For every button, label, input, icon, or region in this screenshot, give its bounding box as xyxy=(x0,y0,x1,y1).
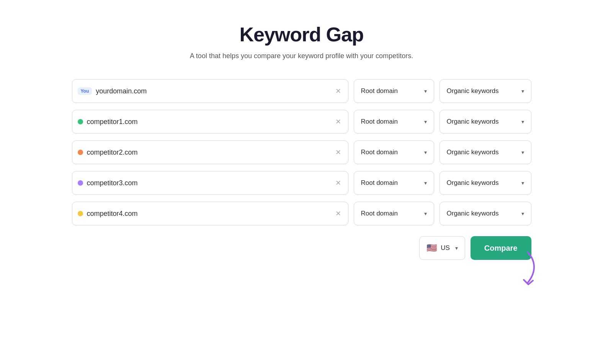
organic-keywords-label-4: Organic keywords xyxy=(447,210,499,217)
organic-keywords-label-0: Organic keywords xyxy=(447,87,499,95)
bottom-row: 🇺🇸 US ▾ Compare xyxy=(72,236,531,260)
organic-keywords-label-3: Organic keywords xyxy=(447,179,499,187)
root-domain-label-2: Root domain xyxy=(361,149,398,156)
domain-row-0: You✕Root domain▾Organic keywords▾ xyxy=(72,79,531,103)
clear-button-2[interactable]: ✕ xyxy=(334,147,343,158)
organic-keywords-label-1: Organic keywords xyxy=(447,118,499,126)
domain-input-wrapper-1: ✕ xyxy=(72,110,348,134)
root-domain-chevron-icon-1: ▾ xyxy=(424,119,427,125)
clear-button-1[interactable]: ✕ xyxy=(334,116,343,127)
clear-button-3[interactable]: ✕ xyxy=(334,177,343,189)
domain-input-3[interactable] xyxy=(87,179,330,187)
root-domain-dropdown-3[interactable]: Root domain▾ xyxy=(354,171,434,195)
root-domain-dropdown-0[interactable]: Root domain▾ xyxy=(354,79,434,103)
clear-button-0[interactable]: ✕ xyxy=(334,85,343,97)
domain-input-2[interactable] xyxy=(87,149,330,157)
organic-keywords-dropdown-3[interactable]: Organic keywords▾ xyxy=(440,171,531,195)
dot-orange-icon xyxy=(78,150,83,155)
flag-icon: 🇺🇸 xyxy=(427,243,437,253)
domain-input-wrapper-2: ✕ xyxy=(72,140,348,164)
root-domain-chevron-icon-3: ▾ xyxy=(424,180,427,186)
organic-keywords-dropdown-0[interactable]: Organic keywords▾ xyxy=(440,79,531,103)
domain-input-4[interactable] xyxy=(87,210,330,218)
page-title: Keyword Gap xyxy=(239,23,363,46)
you-badge: You xyxy=(78,87,92,95)
root-domain-dropdown-2[interactable]: Root domain▾ xyxy=(354,140,434,164)
organic-keywords-chevron-icon-0: ▾ xyxy=(521,88,524,94)
root-domain-dropdown-4[interactable]: Root domain▾ xyxy=(354,202,434,225)
root-domain-label-1: Root domain xyxy=(361,118,398,126)
organic-keywords-chevron-icon-1: ▾ xyxy=(521,119,524,125)
root-domain-chevron-icon-2: ▾ xyxy=(424,149,427,155)
organic-keywords-chevron-icon-3: ▾ xyxy=(521,180,524,186)
arrow-indicator xyxy=(505,248,539,291)
root-domain-chevron-icon-4: ▾ xyxy=(424,211,427,217)
organic-keywords-dropdown-4[interactable]: Organic keywords▾ xyxy=(440,202,531,225)
page-container: Keyword Gap A tool that helps you compar… xyxy=(72,23,531,260)
root-domain-label-3: Root domain xyxy=(361,179,398,187)
domain-row-3: ✕Root domain▾Organic keywords▾ xyxy=(72,171,531,195)
organic-keywords-chevron-icon-2: ▾ xyxy=(521,149,524,155)
domain-row-2: ✕Root domain▾Organic keywords▾ xyxy=(72,140,531,164)
organic-keywords-dropdown-1[interactable]: Organic keywords▾ xyxy=(440,110,531,134)
root-domain-label-0: Root domain xyxy=(361,87,398,95)
dot-green-icon xyxy=(78,119,83,124)
organic-keywords-chevron-icon-4: ▾ xyxy=(521,211,524,217)
domain-input-1[interactable] xyxy=(87,118,330,126)
country-chevron-icon: ▾ xyxy=(455,245,458,251)
dot-yellow-icon xyxy=(78,211,83,216)
clear-button-4[interactable]: ✕ xyxy=(334,208,343,219)
page-subtitle: A tool that helps you compare your keywo… xyxy=(190,52,413,60)
domain-input-wrapper-4: ✕ xyxy=(72,202,348,225)
root-domain-label-4: Root domain xyxy=(361,210,398,217)
domain-input-wrapper-3: ✕ xyxy=(72,171,348,195)
domain-row-4: ✕Root domain▾Organic keywords▾ xyxy=(72,202,531,225)
rows-container: You✕Root domain▾Organic keywords▾✕Root d… xyxy=(72,79,531,225)
organic-keywords-label-2: Organic keywords xyxy=(447,149,499,156)
dot-purple-icon xyxy=(78,180,83,186)
country-dropdown[interactable]: 🇺🇸 US ▾ xyxy=(419,236,465,260)
root-domain-dropdown-1[interactable]: Root domain▾ xyxy=(354,110,434,134)
domain-row-1: ✕Root domain▾Organic keywords▾ xyxy=(72,110,531,134)
domain-input-0[interactable] xyxy=(96,87,330,95)
country-label: US xyxy=(441,244,450,252)
organic-keywords-dropdown-2[interactable]: Organic keywords▾ xyxy=(440,140,531,164)
root-domain-chevron-icon-0: ▾ xyxy=(424,88,427,94)
domain-input-wrapper-0: You✕ xyxy=(72,79,348,103)
